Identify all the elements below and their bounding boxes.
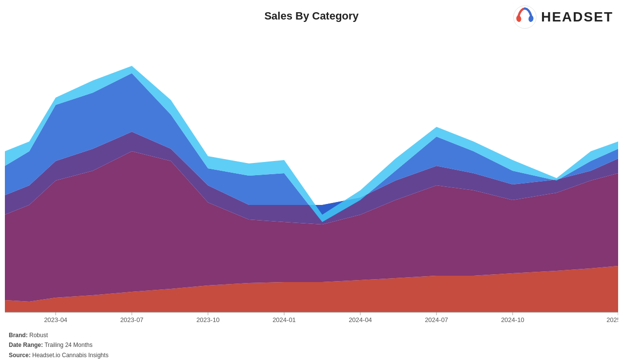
source-label: Source:	[9, 352, 31, 359]
page: HEADSET Sales By Category Capsules Conce…	[0, 0, 623, 364]
svg-text:2024-01: 2024-01	[272, 316, 296, 324]
date-label: Date Range:	[9, 342, 43, 348]
chart-area: 2023-04 2023-07 2023-10 2024-01 2024-04 …	[5, 29, 618, 335]
logo-area: HEADSET	[513, 5, 613, 29]
footer-source: Source: Headset.io Cannabis Insights	[9, 350, 108, 360]
brand-value: Robust	[29, 332, 48, 339]
svg-text:2024-07: 2024-07	[425, 316, 448, 324]
svg-text:2024-04: 2024-04	[349, 316, 372, 324]
area-chart-svg: 2023-04 2023-07 2023-10 2024-01 2024-04 …	[5, 29, 618, 335]
headset-logo-icon	[513, 5, 537, 29]
footer-date: Date Range: Trailing 24 Months	[9, 340, 108, 350]
svg-text:2023-07: 2023-07	[120, 316, 144, 324]
svg-text:2024-10: 2024-10	[501, 316, 524, 324]
brand-label: Brand:	[9, 332, 28, 339]
date-value: Trailing 24 Months	[44, 342, 92, 348]
svg-text:2023-04: 2023-04	[44, 316, 67, 324]
source-value: Headset.io Cannabis Insights	[32, 352, 108, 359]
footer-brand: Brand: Robust	[9, 330, 108, 340]
footer-info: Brand: Robust Date Range: Trailing 24 Mo…	[9, 330, 108, 360]
svg-text:2025-01: 2025-01	[606, 316, 618, 324]
logo-text: HEADSET	[541, 9, 613, 25]
chart-title: Sales By Category	[264, 10, 358, 22]
svg-text:2023-10: 2023-10	[196, 316, 220, 324]
